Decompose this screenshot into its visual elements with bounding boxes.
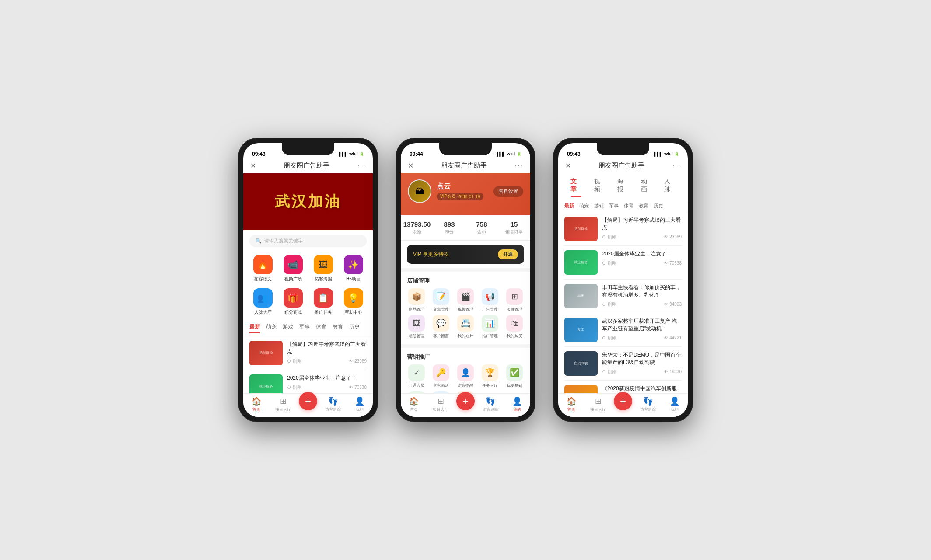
menu-video-mgmt[interactable]: 🎬 视频管理 bbox=[453, 288, 478, 312]
menu-promote-mgmt[interactable]: 📊 推广管理 bbox=[478, 315, 502, 339]
tab-latest-1[interactable]: 最新 bbox=[249, 323, 260, 333]
menu-card-activate[interactable]: 🔑 卡密激活 bbox=[429, 364, 453, 388]
subtab-game[interactable]: 游戏 bbox=[594, 203, 604, 209]
news-item-3-4[interactable]: 复工 武汉多家整车厂获准开工复产 汽车产业链有望重启"发动机" ⏱ 刚刚 👁 4… bbox=[564, 313, 682, 347]
menu-album[interactable]: 🖼 相册管理 bbox=[404, 315, 429, 339]
menu-label-messages: 客户留言 bbox=[433, 333, 449, 339]
grid-icon-points: 🎁 bbox=[284, 288, 303, 308]
news-thumb-1: 党员群众 bbox=[249, 341, 283, 365]
subtab-sport[interactable]: 体育 bbox=[624, 203, 634, 209]
ctab-animation[interactable]: 动画 bbox=[635, 176, 658, 197]
subtab-pet[interactable]: 萌宠 bbox=[579, 203, 589, 209]
news-item-3-3[interactable]: 丰田 丰田车主快看看：你加价买的车，有没有机油增多、乳化？ ⏱ 刚刚 👁 940… bbox=[564, 280, 682, 313]
nav-home-3[interactable]: 🏠 首页 bbox=[560, 396, 582, 413]
tab-edu-1[interactable]: 教育 bbox=[332, 323, 343, 333]
nav-tracker-1[interactable]: 👣 访客追踪 bbox=[322, 396, 344, 413]
grid-item-tuoke[interactable]: 🔥 拓客爆文 bbox=[248, 255, 278, 282]
grid-item-poster[interactable]: 🖼 拓客海报 bbox=[308, 255, 338, 282]
menu-article[interactable]: 📝 文章管理 bbox=[429, 288, 453, 312]
subtab-latest[interactable]: 最新 bbox=[564, 203, 574, 209]
menu-card[interactable]: 📇 我的名片 bbox=[453, 315, 478, 339]
screen-content-2[interactable]: 🏔 点云 VIP会员 2038-01-19 资料设置 bbox=[401, 173, 530, 393]
menu-messages[interactable]: 💬 客户留言 bbox=[429, 315, 453, 339]
vip-open-button[interactable]: 开通 bbox=[498, 249, 518, 259]
bottom-nav-3: 🏠 首页 ⊞ 项目大厅 + 👣 访客追踪 👤 我的 bbox=[558, 393, 688, 417]
nav-projects-1[interactable]: ⊞ 项目大厅 bbox=[272, 396, 294, 413]
title-bar-1: ✕ 朋友圈广告助手 ··· bbox=[243, 159, 373, 173]
nav-profile-2[interactable]: 👤 我的 bbox=[506, 396, 528, 413]
news-item-2[interactable]: 就业服务 2020届全体毕业生，注意了！ ⏱ 刚刚 👁 70538 bbox=[249, 370, 367, 393]
avatar: 🏔 bbox=[408, 179, 431, 203]
news-thumb-text-1: 党员群众 bbox=[249, 341, 283, 365]
menu-projects[interactable]: ⊞ 项目管理 bbox=[502, 288, 527, 312]
ctab-video[interactable]: 视频 bbox=[588, 176, 612, 197]
grid-item-task[interactable]: 📋 推广任务 bbox=[308, 288, 338, 315]
menu-goods[interactable]: 📦 商品管理 bbox=[404, 288, 429, 312]
nav-home-2[interactable]: 🏠 首页 bbox=[403, 396, 425, 413]
menu-task-hall[interactable]: 🏆 任务大厅 bbox=[478, 364, 502, 388]
search-bar-1[interactable]: 🔍 请输入搜索关键字 bbox=[249, 234, 367, 247]
menu-visitor-remind[interactable]: 👤 访客提醒 bbox=[453, 364, 478, 388]
grid-item-help[interactable]: 💡 帮助中心 bbox=[338, 288, 368, 315]
grid-item-h5[interactable]: ✨ H5动画 bbox=[338, 255, 368, 282]
subtab-edu[interactable]: 教育 bbox=[639, 203, 648, 209]
news-item-3-2[interactable]: 就业服务 2020届全体毕业生，注意了！ ⏱ 刚刚 👁 70538 bbox=[564, 246, 682, 280]
nav-home-1[interactable]: 🏠 首页 bbox=[245, 396, 267, 413]
close-button-1[interactable]: ✕ bbox=[250, 161, 256, 170]
nav-profile-label-1: 我的 bbox=[356, 407, 364, 413]
grid-icon-tuoke: 🔥 bbox=[253, 255, 273, 274]
screen-content-3[interactable]: 文章 视频 海报 动画 人脉 最新 萌宠 游戏 军事 体育 教育 历史 bbox=[558, 173, 688, 393]
close-button-2[interactable]: ✕ bbox=[408, 161, 413, 170]
news-content-3-3: 丰田车主快看看：你加价买的车，有没有机油增多、乳化？ ⏱ 刚刚 👁 94003 bbox=[602, 284, 682, 308]
stats-row: 13793.50 余额 893 积分 758 金币 15 销售订单 bbox=[401, 215, 530, 241]
grid-item-points[interactable]: 🎁 积分商城 bbox=[278, 288, 308, 315]
menu-vip-open[interactable]: ✓ 开通会员 bbox=[404, 364, 429, 388]
nav-projects-3[interactable]: ⊞ 项目大厅 bbox=[587, 396, 609, 413]
projects-icon-3: ⊞ bbox=[595, 396, 602, 406]
news-item-3-6[interactable]: 汽车创新服务 《2020新冠疫情中国汽车创新服务观察报告》发布时间确定了！|汽车… bbox=[564, 381, 682, 393]
ctab-contacts[interactable]: 人脉 bbox=[658, 176, 682, 197]
news-item-3-5[interactable]: 自动驾驶 朱华荣：不是DEMO，是中国首个能量产的L3级自动驾驶 ⏱ 刚刚 👁 … bbox=[564, 347, 682, 381]
settings-button[interactable]: 资料设置 bbox=[494, 186, 523, 197]
nav-plus-1[interactable]: + bbox=[299, 392, 317, 410]
ctab-article[interactable]: 文章 bbox=[564, 176, 588, 197]
more-button-3[interactable]: ··· bbox=[672, 162, 681, 170]
stat-balance: 13793.50 余额 bbox=[401, 220, 433, 235]
nav-profile-3[interactable]: 👤 我的 bbox=[664, 396, 686, 413]
more-button-1[interactable]: ··· bbox=[357, 162, 366, 170]
tab-pet-1[interactable]: 萌宠 bbox=[266, 323, 276, 333]
nav-profile-label-3: 我的 bbox=[671, 407, 679, 413]
nav-projects-label-1: 项目大厅 bbox=[275, 407, 291, 413]
menu-checkin[interactable]: ✅ 我要签到 bbox=[502, 364, 527, 388]
menu-icon-card: 📇 bbox=[457, 315, 474, 332]
nav-projects-2[interactable]: ⊞ 项目大厅 bbox=[430, 396, 452, 413]
subtab-history[interactable]: 历史 bbox=[654, 203, 663, 209]
tab-game-1[interactable]: 游戏 bbox=[283, 323, 293, 333]
subtab-military[interactable]: 军事 bbox=[609, 203, 619, 209]
profile-icon-3: 👤 bbox=[670, 396, 679, 406]
news-item-1[interactable]: 党员群众 【解局】习近平考察武汉的三大看点 ⏱ 刚刚 👁 23969 bbox=[249, 336, 367, 370]
vip-promo-banner[interactable]: VIP 享更多特权 开通 bbox=[407, 245, 524, 264]
grid-item-contacts[interactable]: 👥 人脉大厅 bbox=[248, 288, 278, 315]
tab-sport-1[interactable]: 体育 bbox=[316, 323, 326, 333]
news-time-2: ⏱ 刚刚 bbox=[287, 385, 301, 391]
home-icon-1: 🏠 bbox=[252, 396, 261, 406]
avatar-img: 🏔 bbox=[409, 180, 430, 202]
screen-content-1[interactable]: 武汉加油 🔍 请输入搜索关键字 🔥 拓客爆文 📹 视频广场 bbox=[243, 173, 373, 393]
grid-item-video[interactable]: 📹 视频广场 bbox=[278, 255, 308, 282]
menu-purchases[interactable]: 🛍 我的购买 bbox=[502, 315, 527, 339]
stat-points: 893 积分 bbox=[433, 220, 466, 235]
ctab-poster[interactable]: 海报 bbox=[611, 176, 635, 197]
nav-profile-1[interactable]: 👤 我的 bbox=[349, 396, 371, 413]
nav-plus-3[interactable]: + bbox=[614, 392, 632, 410]
nav-tracker-2[interactable]: 👣 访客追踪 bbox=[480, 396, 501, 413]
more-button-2[interactable]: ··· bbox=[515, 162, 523, 170]
nav-profile-label-2: 我的 bbox=[513, 407, 521, 413]
tab-military-1[interactable]: 军事 bbox=[299, 323, 310, 333]
menu-ads[interactable]: 📢 广告管理 bbox=[478, 288, 502, 312]
close-button-3[interactable]: ✕ bbox=[565, 161, 571, 170]
nav-plus-2[interactable]: + bbox=[456, 392, 475, 410]
news-item-3-1[interactable]: 党员群众 【解局】习近平考察武汉的三大看点 ⏱ 刚刚 👁 23969 bbox=[564, 212, 682, 246]
tab-history-1[interactable]: 历史 bbox=[349, 323, 360, 333]
nav-tracker-3[interactable]: 👣 访客追踪 bbox=[637, 396, 659, 413]
